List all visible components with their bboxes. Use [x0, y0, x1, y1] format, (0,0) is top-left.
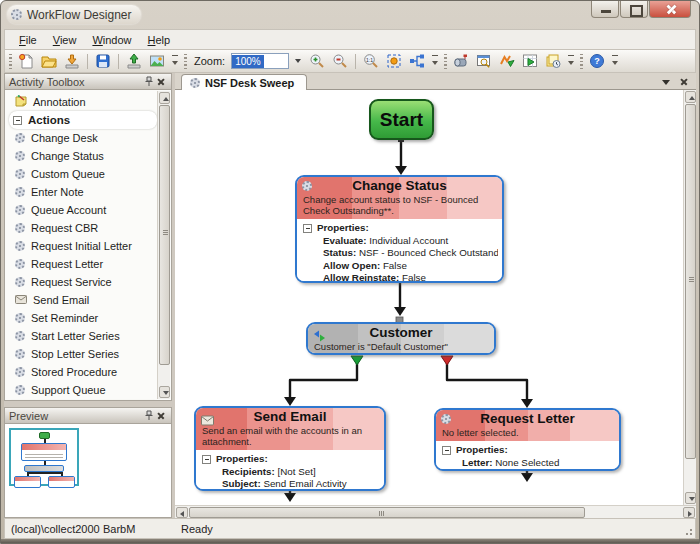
scroll-up-icon[interactable]	[159, 92, 170, 104]
toolbox-item-stored-procedure[interactable]: Stored Procedure	[9, 363, 157, 381]
zoom-in-icon[interactable]	[307, 51, 327, 71]
gear-icon	[15, 259, 25, 269]
toolbox-item-enter-note[interactable]: Enter Note	[9, 183, 157, 201]
run-icon[interactable]	[520, 51, 540, 71]
find-window-icon[interactable]	[474, 51, 494, 71]
menu-file[interactable]: File	[11, 32, 45, 48]
menu-view[interactable]: View	[45, 32, 85, 48]
toolbox-item-change-status[interactable]: Change Status	[9, 147, 157, 165]
toolbox-item-custom-queue[interactable]: Custom Queue	[9, 165, 157, 183]
notes-history-icon[interactable]	[543, 51, 563, 71]
node-change-status[interactable]: Change Status Change account status to N…	[295, 175, 504, 283]
minimize-button[interactable]	[591, 1, 619, 18]
gear-icon	[15, 169, 25, 179]
toolbar-overflow-icon[interactable]	[430, 52, 440, 71]
toolbox-scrollbar[interactable]	[157, 91, 170, 399]
mailbox-icon[interactable]	[451, 51, 471, 71]
toolbox-item-queue-account[interactable]: Queue Account	[9, 201, 157, 219]
zoom-combobox[interactable]: 100%	[231, 53, 289, 69]
collapse-minus-icon[interactable]	[202, 455, 211, 464]
scroll-left-icon[interactable]	[176, 507, 188, 518]
open-folder-icon[interactable]	[39, 51, 59, 71]
toolbar-drag-handle[interactable]	[9, 54, 12, 69]
status-server: (local)\collect2000	[5, 523, 97, 535]
workflow-canvas[interactable]: Start Change Status Change account statu…	[175, 90, 696, 505]
toolbox-item-request-letter[interactable]: Request Letter	[9, 255, 157, 273]
scroll-up-icon[interactable]	[685, 91, 696, 103]
save-icon[interactable]	[93, 51, 113, 71]
menu-help[interactable]: Help	[140, 32, 179, 48]
property-row: Evaluate: Individual Account	[303, 235, 498, 248]
toolbox-item-set-reminder[interactable]: Set Reminder	[9, 309, 157, 327]
scroll-down-icon[interactable]	[685, 492, 696, 504]
collapse-minus-icon[interactable]	[303, 224, 312, 233]
toolbox-item-start-letter-series[interactable]: Start Letter Series	[9, 327, 157, 345]
gear-icon	[15, 331, 25, 341]
toolbar-overflow-icon[interactable]	[566, 52, 576, 71]
toolbox-item-annotation[interactable]: Annotation	[9, 93, 157, 111]
scroll-right-icon[interactable]	[683, 507, 695, 518]
toolbar-separator	[118, 54, 119, 69]
toolbox-item-request-service[interactable]: Request Service	[9, 273, 157, 291]
fit-to-window-icon[interactable]	[384, 51, 404, 71]
toolbox-item-label: Start Letter Series	[31, 330, 120, 342]
scrollbar-thumb[interactable]	[189, 507, 585, 518]
tab-list-dropdown-icon[interactable]	[662, 80, 670, 85]
close-button[interactable]	[649, 1, 691, 18]
toolbar-overflow-icon[interactable]	[610, 52, 620, 71]
new-document-icon[interactable]	[16, 51, 36, 71]
tab-label: NSF Desk Sweep	[205, 77, 294, 89]
collapse-minus-icon[interactable]	[442, 446, 451, 455]
toolbar-drag-handle[interactable]	[580, 54, 583, 69]
canvas-horizontal-scrollbar[interactable]	[175, 505, 696, 518]
pin-icon[interactable]	[143, 410, 155, 422]
import-icon[interactable]	[62, 51, 82, 71]
toolbox-item-send-email[interactable]: Send Email	[9, 291, 157, 309]
toolbox-item-request-cbr[interactable]: Request CBR	[9, 219, 157, 237]
thumb-change-status-node	[21, 443, 67, 461]
resize-grip[interactable]	[683, 526, 693, 536]
gear-icon	[15, 367, 25, 377]
toolbox-item-request-initial-letter[interactable]: Request Initial Letter	[9, 237, 157, 255]
maximize-button[interactable]	[620, 1, 648, 18]
toolbox-item-support-queue[interactable]: Support Queue	[9, 381, 157, 399]
canvas-vertical-scrollbar[interactable]	[683, 90, 696, 505]
scrollbar-thumb[interactable]	[685, 104, 696, 459]
toolbox-item-label: Change Desk	[31, 132, 98, 144]
close-icon[interactable]	[155, 76, 167, 88]
toolbox-item-stop-letter-series[interactable]: Stop Letter Series	[9, 345, 157, 363]
auto-layout-icon[interactable]	[407, 51, 427, 71]
toolbar-drag-handle[interactable]	[184, 54, 187, 69]
toolbar-overflow-icon[interactable]	[170, 52, 180, 71]
export-image-icon[interactable]	[147, 51, 167, 71]
tab-close-icon[interactable]	[678, 76, 690, 88]
tab-nsf-desk-sweep[interactable]: NSF Desk Sweep	[181, 74, 307, 90]
menu-window[interactable]: Window	[84, 32, 139, 48]
toolbar-drag-handle[interactable]	[444, 54, 447, 69]
scrollbar-thumb[interactable]	[159, 105, 170, 365]
gear-icon	[190, 78, 200, 88]
node-send-email[interactable]: Send Email Send an email with the accoun…	[194, 406, 386, 491]
toolbox-list: Annotation Actions Change Desk Change St…	[4, 90, 172, 401]
close-icon[interactable]	[155, 410, 167, 422]
export-icon[interactable]	[124, 51, 144, 71]
node-start[interactable]: Start	[369, 99, 434, 140]
preview-panel-title: Preview	[9, 410, 143, 422]
node-request-letter[interactable]: Request Letter No letter selected. Prope…	[434, 408, 621, 471]
zoom-out-icon[interactable]	[330, 51, 350, 71]
gear-icon	[15, 133, 25, 143]
collapse-minus-icon[interactable]	[13, 116, 22, 125]
title-bar[interactable]: WorkFlow Designer	[1, 1, 699, 29]
toolbox-group-label: Actions	[28, 114, 70, 126]
actual-size-icon[interactable]: 1:1	[361, 51, 381, 71]
toolbox-group-actions[interactable]: Actions	[9, 111, 157, 129]
preview-thumbnail[interactable]	[9, 428, 79, 486]
help-icon[interactable]: ?	[587, 51, 607, 71]
scroll-down-icon[interactable]	[159, 386, 170, 398]
zoom-dropdown-icon[interactable]	[295, 59, 301, 63]
svg-text:?: ?	[594, 56, 600, 66]
validate-icon[interactable]	[497, 51, 517, 71]
node-customer[interactable]: Customer Customer is "Default Customer"	[306, 322, 496, 355]
toolbox-item-change-desk[interactable]: Change Desk	[9, 129, 157, 147]
pin-icon[interactable]	[143, 76, 155, 88]
